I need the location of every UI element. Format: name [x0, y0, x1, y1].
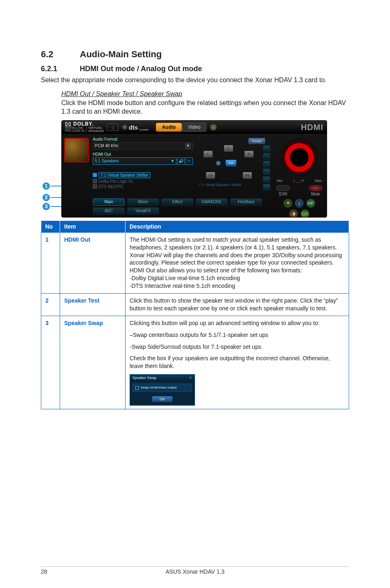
svn-toggle[interactable] [276, 185, 290, 191]
checkbox-icon[interactable] [93, 173, 97, 177]
callout-line [51, 186, 61, 186]
cell-item: Speaker Test [60, 294, 126, 316]
tab-mixer[interactable]: Mixer [127, 198, 159, 206]
tab-video[interactable]: Video [182, 123, 206, 132]
dsp-row: ◑ GX [274, 209, 324, 218]
th-no: No [41, 221, 60, 233]
desc-p: Check the box if your speakers are outpu… [130, 355, 345, 370]
callout-badge: 3 [42, 202, 51, 211]
hdmi-out-label: HDMI Out [93, 152, 193, 157]
ok-button[interactable]: OK [152, 396, 172, 402]
hp-mode-icon[interactable]: HP [306, 199, 315, 208]
virtual-speaker-label: VIRTUAL SPEAKER [86, 126, 104, 133]
panel-topbar: ▯▯ DOLBY. DIGITAL LIVE PRO LOGIC IIx VIR… [62, 121, 327, 135]
side-icon[interactable] [263, 145, 270, 152]
dialog-title: Speaker Swap [132, 375, 157, 380]
side-icon[interactable] [263, 161, 270, 167]
ui-screenshot: 1 2 3 ▯▯ DOLBY. DIGITAL LIVE PRO LOGIC I… [61, 120, 327, 218]
disc-icon [122, 124, 128, 130]
tab-vocalfx[interactable]: VocalFX [127, 207, 159, 215]
tab-aec[interactable]: AEC [93, 207, 125, 215]
gx-mode-icon[interactable]: GX [300, 209, 309, 218]
dts-neo-row: DTS NEO:PC [93, 184, 193, 189]
checkbox-icon[interactable] [93, 184, 97, 189]
side-icon[interactable] [263, 184, 270, 191]
mode-icon[interactable]: ◑ [289, 209, 298, 218]
volume-pane: Min L ⎯⎯ R Max SVN Mute ✦ ♪ [274, 136, 324, 218]
chevron-down-icon: ▼ [185, 143, 191, 149]
gear-icon[interactable] [210, 123, 217, 131]
speaker-RS[interactable]: RS [243, 172, 252, 179]
table-row: 2 Speaker Test Click this button to show… [41, 294, 349, 316]
tab-main[interactable]: Main [93, 198, 125, 206]
hdmi-out-dropdown[interactable]: 5.1 Speakers ▼ [93, 157, 177, 165]
side-icon[interactable] [263, 176, 270, 183]
subsection-title-text: HDMI Out mode / Analog Out mode [80, 65, 202, 73]
section-heading: 6.2 Audio-Main Setting [41, 49, 349, 60]
cell-desc: Clicking this button will pop up an adva… [126, 316, 349, 409]
tab-karaoke[interactable]: KARAOKE [196, 198, 228, 206]
cell-no: 3 [41, 316, 60, 409]
mute-label: Mute [311, 192, 320, 196]
mute-toggle[interactable] [309, 185, 323, 191]
callout-column: 1 2 3 [42, 120, 61, 218]
audio-format-dropdown[interactable]: PCM 48 KHz ▼ [93, 142, 193, 150]
table-row: 1 HDMI Out The HDMI Out setting is used … [41, 232, 349, 293]
speaker-L[interactable]: L [204, 151, 213, 157]
mode-icon[interactable]: ♪ [295, 199, 304, 208]
cell-item: Speaker Swap [60, 316, 126, 409]
device-thumbnail[interactable] [64, 138, 89, 162]
side-icon[interactable] [263, 168, 270, 175]
volume-range-labels: Min L ⎯⎯ R Max [274, 179, 324, 183]
hdmi-out-value: 5.1 Speakers [95, 159, 119, 163]
checkbox-icon[interactable] [135, 386, 139, 390]
mode-icons-row: ✦ ♪ HP [274, 199, 324, 208]
vss-button[interactable]: 7.1 Virtual Speaker Shifter [99, 172, 150, 178]
side-icon[interactable] [263, 153, 270, 159]
mode-icon[interactable]: ✦ [283, 199, 292, 208]
volume-dial[interactable] [279, 137, 320, 178]
speaker-C[interactable]: C [224, 145, 233, 152]
dialog-checkbox-label: Swap center/bass output [141, 386, 177, 390]
tab-pair: Audio Video [156, 123, 206, 132]
svn-label: SVN [279, 192, 287, 196]
cell-desc: Click this button to show the speaker te… [126, 294, 349, 316]
tab-effect[interactable]: Effect [161, 198, 193, 206]
hdmi-mode-icon[interactable]: ⌂ [107, 123, 119, 131]
desc-p: Clicking this button will pop up an adva… [130, 319, 345, 327]
dts-logo: dts Connect [122, 124, 148, 131]
speaker-swap-dialog: Speaker Swap ✕ Swap center/bass output O… [130, 374, 195, 406]
hdmi-out-row: 5.1 Speakers ▼ 🔊 ↖ [93, 157, 193, 165]
audio-format-label: Audio Format [93, 137, 193, 141]
vss-row: 7.1 Virtual Speaker Shifter [93, 172, 193, 178]
hdmi-logo: HDMI [301, 123, 323, 132]
dialog-body: Swap center/bass output [132, 384, 192, 392]
speaker-test-button[interactable]: 🔊 [177, 157, 185, 165]
svn-mute-row: SVN Mute [274, 185, 324, 196]
audio-format-value: PCM 48 KHz [95, 144, 119, 148]
bottom-tabs: Main Mixer Effect KARAOKE FlexBass AEC V… [93, 198, 262, 215]
speaker-R[interactable]: R [244, 151, 253, 157]
callout-line [51, 206, 61, 207]
callout-line [51, 197, 61, 198]
speaker-swap-button[interactable]: ↖ [186, 157, 193, 165]
dialog-titlebar: Speaker Swap ✕ [130, 375, 195, 381]
checkbox-icon[interactable] [93, 179, 97, 183]
tab-audio[interactable]: Audio [156, 123, 182, 132]
vss-caption: 7.1 Virtual Speaker Shifter [199, 183, 242, 187]
speaker-LS[interactable]: LS [206, 172, 215, 179]
speaker-sub[interactable]: Sub [226, 160, 236, 166]
block-title: HDMI Out / Speaker Test / Speaker Swap [61, 90, 349, 98]
callout-2: 2 [42, 193, 61, 202]
desc-p: –Swap center/bass outputs for 5.1/7.1-sp… [130, 331, 345, 339]
desc-p: -Swap Side/Surroud outputs for 7.1-speak… [130, 343, 345, 351]
tab-flexbass[interactable]: FlexBass [230, 198, 262, 206]
dts-neo-label: DTS NEO:PC [99, 184, 123, 189]
max-label: Max [315, 179, 322, 183]
description-table: No Item Description 1 HDMI Out The HDMI … [41, 221, 349, 410]
dolby-pl-label: Dolby Pro Logic IIx [99, 179, 133, 184]
close-icon[interactable]: ✕ [189, 375, 192, 380]
desc-text: The HDMI Out setting is used to match yo… [130, 236, 342, 289]
speaker-knob[interactable] [216, 161, 221, 166]
callout-3: 3 [42, 202, 61, 211]
